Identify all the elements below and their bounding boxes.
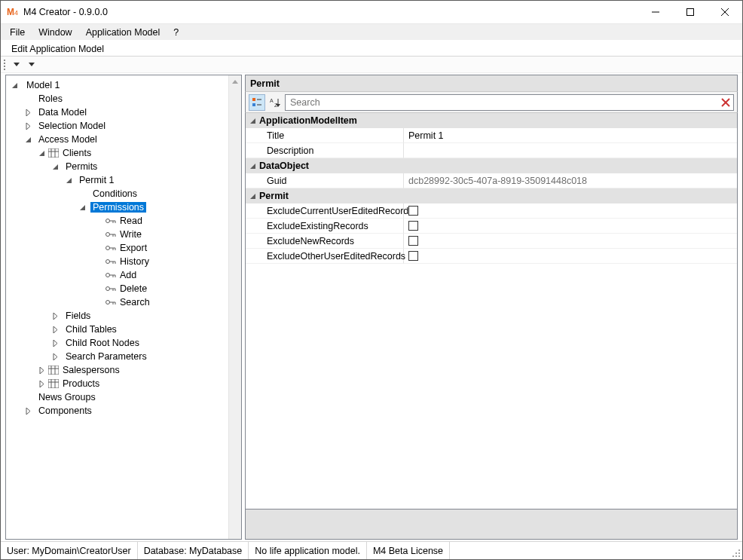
tree-node-read[interactable]: Read [6,214,228,228]
tree-node-salespersons[interactable]: Salespersons [6,363,228,377]
tree-node-child-tables[interactable]: Child Tables [6,323,228,336]
menu-window[interactable]: Window [32,26,78,39]
collapse-icon[interactable] [247,161,258,171]
expand-icon[interactable] [50,338,60,348]
collapse-icon[interactable] [23,134,33,145]
expand-icon[interactable] [50,311,60,321]
collapse-icon[interactable] [247,115,258,126]
tree-node-access-model[interactable]: Access Model [6,133,228,146]
tree-node-permit1[interactable]: Permit 1 [6,173,228,187]
clear-search-icon[interactable] [718,98,733,107]
key-icon [104,286,118,292]
tab-edit-application-model[interactable]: Edit Application Model [5,42,110,56]
checkbox[interactable] [408,251,418,261]
expand-icon[interactable] [36,378,47,389]
collapse-icon[interactable] [77,202,87,213]
svg-marker-7 [29,63,35,66]
svg-point-77 [738,555,740,557]
tree-node-delete[interactable]: Delete [6,282,228,295]
window-title: M4 Creator - 0.9.0.0 [23,7,638,17]
tree-node-roles[interactable]: Roles [6,92,228,106]
menubar: File Window Application Model ? [1,23,742,40]
collapse-icon[interactable] [9,80,20,90]
section-application-model-item[interactable]: ApplicationModelItem [246,113,737,128]
resize-grip-icon[interactable] [729,542,742,559]
tree-node-add[interactable]: Add [6,268,228,282]
svg-rect-3 [687,9,694,16]
statusbar: User: MyDomain\CreatorUser Database: MyD… [1,541,742,559]
collapse-icon[interactable] [63,175,74,185]
expand-icon[interactable] [36,365,47,375]
tree-node-permits[interactable]: Permits [6,160,228,173]
expand-icon[interactable] [50,351,60,362]
toolbar-dropdown-button[interactable] [10,58,23,72]
prop-row-guid[interactable]: Guid dcb28992-30c5-407a-8919-35091448c01… [246,173,737,188]
prop-row-exclude-other-user-edited[interactable]: ExcludeOtherUserEditedRecords [246,249,737,264]
toolbar-dropdown-button-2[interactable] [25,58,38,72]
scroll-up-icon[interactable] [229,75,241,88]
checkbox[interactable] [408,236,418,246]
tree-node-components[interactable]: Components [6,404,228,418]
tree-node-permissions[interactable]: Permissions [6,200,228,214]
svg-marker-52 [40,367,44,374]
expand-icon[interactable] [50,324,60,335]
svg-point-44 [106,301,110,304]
checkbox[interactable] [408,221,418,231]
categorized-view-button[interactable] [249,94,265,111]
status-lifecycle: No life application model. [249,542,367,559]
svg-rect-53 [48,366,59,375]
prop-row-title[interactable]: Title Permit 1 [246,128,737,143]
expand-icon[interactable] [23,107,33,118]
status-user: User: MyDomain\CreatorUser [1,542,138,559]
tree-node-model[interactable]: Model 1 [6,78,228,92]
svg-marker-9 [26,109,30,116]
tree-node-data-model[interactable]: Data Model [6,106,228,119]
svg-point-81 [735,552,737,554]
alphabetical-view-button[interactable]: AZ [267,94,283,111]
prop-row-exclude-current-user-edited[interactable]: ExcludeCurrentUserEditedRecords [246,203,737,219]
tree-node-child-root-nodes[interactable]: Child Root Nodes [6,336,228,350]
tree-node-news-groups[interactable]: News Groups [6,390,228,404]
close-button[interactable] [708,1,742,23]
tree-node-export[interactable]: Export [6,241,228,255]
menu-help[interactable]: ? [167,26,185,39]
prop-row-exclude-new[interactable]: ExcludeNewRecords [246,234,737,249]
minimize-button[interactable] [638,1,673,23]
tree-node-search[interactable]: Search [6,295,228,309]
maximize-button[interactable] [673,1,708,23]
tree-node-products[interactable]: Products [6,377,228,390]
svg-point-80 [732,555,734,557]
tree-node-clients[interactable]: Clients [6,146,228,160]
svg-point-78 [735,555,737,557]
menu-file[interactable]: File [4,26,31,39]
description-panel [245,510,738,540]
tree-scrollbar[interactable] [228,75,241,539]
section-permit[interactable]: Permit [246,188,737,203]
key-icon [104,299,118,305]
tree-node-search-params[interactable]: Search Parameters [6,350,228,363]
svg-marker-48 [54,313,57,320]
section-data-object[interactable]: DataObject [246,158,737,173]
svg-marker-17 [53,164,58,170]
collapse-icon[interactable] [247,191,258,201]
collapse-icon[interactable] [36,148,47,158]
tree-node-fields[interactable]: Fields [6,309,228,323]
tree-node-selection-model[interactable]: Selection Model [6,119,228,133]
property-search-input[interactable] [286,97,718,108]
tree-node-write[interactable]: Write [6,228,228,241]
checkbox[interactable] [408,206,418,216]
collapse-icon[interactable] [50,161,60,172]
table-icon [47,379,60,388]
tree-node-history[interactable]: History [6,255,228,268]
expand-icon[interactable] [23,405,33,416]
tree-node-conditions[interactable]: Conditions [6,187,228,200]
prop-row-description[interactable]: Description [246,143,737,158]
svg-text:A: A [270,98,274,103]
prop-row-exclude-existing[interactable]: ExcludeExistingRecords [246,219,737,234]
menu-application-model[interactable]: Application Model [80,26,167,39]
expand-icon[interactable] [23,121,33,131]
svg-text:M: M [7,7,14,17]
svg-marker-18 [66,178,72,183]
toolbar [1,57,742,73]
svg-marker-74 [250,118,255,124]
